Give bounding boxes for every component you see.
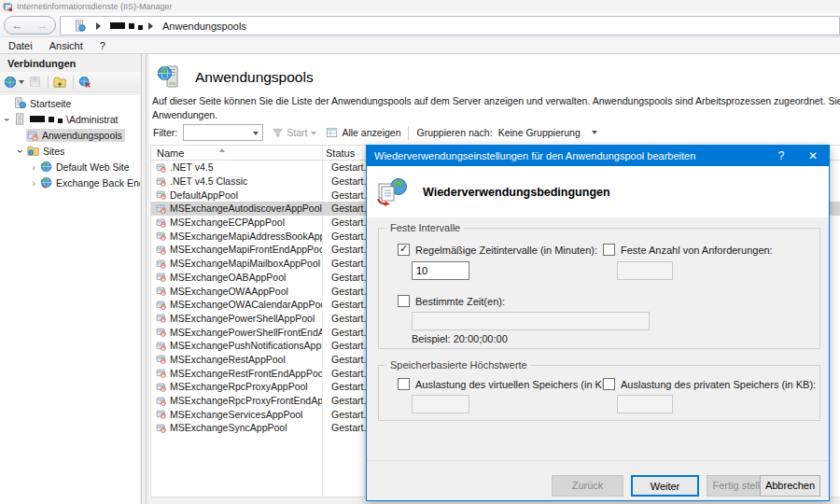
chevron-down-icon [311, 132, 316, 138]
apppool-icon [156, 382, 166, 392]
next-button[interactable]: Weiter [631, 475, 699, 497]
menu-help[interactable]: ? [91, 38, 114, 53]
connect-globe-icon[interactable] [4, 76, 24, 89]
sort-asc-icon [219, 146, 225, 152]
toolbar-separator [48, 76, 49, 89]
example-text: Beispiel: 20:00;00:00 [412, 333, 508, 344]
chevron-icon[interactable]: › [2, 114, 13, 125]
connections-panel: Verbindungen › Startseite › \Administrat… [0, 54, 140, 504]
menu-ansicht[interactable]: Ansicht [41, 38, 91, 53]
dialog-heading: Wiederverwendungsbedingungen [423, 186, 610, 199]
regular-time-interval-checkbox[interactable]: ✓ Regelmäßige Zeitintervalle (in Minuten… [398, 244, 597, 256]
navigation-bar: ← → Anwendungspools [0, 13, 840, 37]
fixed-intervals-group: Feste Intervalle ✓ Regelmäßige Zeitinter… [378, 228, 820, 349]
chevron-down-icon[interactable] [253, 132, 259, 138]
apppool-icon [156, 313, 166, 323]
forward-arrow-icon[interactable]: → [37, 20, 49, 31]
apppool-icon [156, 245, 166, 255]
memory-limits-group: Speicherbasierte Höchstwerte ✓ Auslastun… [378, 365, 820, 421]
virtual-memory-input [412, 395, 469, 413]
tree-item[interactable]: › Startseite [0, 95, 140, 111]
help-icon[interactable]: ? [765, 149, 797, 162]
nav-arrows: ← → [4, 16, 56, 35]
specific-times-checkbox[interactable]: ✓ Bestimmte Zeit(en): [398, 295, 505, 307]
private-memory-checkbox[interactable]: ✓ Auslastung des privaten Speichers (in … [603, 378, 816, 390]
specific-times-input [412, 312, 650, 330]
apppool-icon [156, 217, 166, 228]
toolbar-separator [408, 126, 409, 140]
apppool-icon [156, 286, 166, 296]
window-title: Internetinformationsdienste (IIS)-Manage… [17, 2, 173, 11]
tree-item[interactable]: › Anwendungspools [0, 127, 140, 143]
tree-item[interactable]: › Default Web Site [0, 159, 140, 175]
dialog-titlebar[interactable]: Wiederverwendungseinstellungen für den A… [367, 146, 829, 166]
breadcrumb-separator-icon [96, 22, 105, 30]
apppool-icon [156, 396, 166, 406]
time-interval-input[interactable] [412, 261, 469, 280]
filter-toolbar: Filter: Start Alle anzeigen Gruppieren n… [149, 122, 840, 143]
show-all-icon [326, 127, 338, 138]
dialog-footer: Zurück Weiter Fertig stellen Abbrechen [367, 460, 829, 500]
recycling-settings-dialog: Wiederverwendungseinstellungen für den A… [366, 145, 830, 501]
save-icon[interactable] [29, 76, 41, 88]
column-header-status[interactable]: Status [326, 147, 355, 159]
apppool-icon [156, 231, 166, 241]
tree-icon [27, 145, 39, 157]
request-count-input [617, 261, 673, 280]
connections-toolbar [0, 72, 140, 92]
tree-icon [40, 176, 52, 189]
show-all-button[interactable]: Alle anzeigen [326, 127, 400, 138]
cancel-button[interactable]: Abbrechen [760, 475, 820, 497]
back-button: Zurück [552, 475, 623, 497]
close-icon[interactable]: ✕ [797, 149, 829, 162]
apppool-icon [156, 259, 166, 269]
apppool-icon [156, 423, 166, 433]
page-title: Anwendungspools [195, 69, 314, 86]
panel-splitter[interactable] [140, 54, 149, 504]
tree-icon [27, 130, 38, 141]
virtual-memory-checkbox[interactable]: ✓ Auslastung des virtuellen Speichers (i… [398, 378, 615, 390]
toolbar-separator [73, 76, 74, 89]
dialog-body: Feste Intervalle ✓ Regelmäßige Zeitinter… [367, 217, 829, 460]
funnel-icon [273, 128, 283, 138]
apppool-icon [156, 300, 166, 310]
tree-item[interactable]: › \Administrat [0, 111, 140, 127]
apppool-icon [156, 368, 166, 378]
group-by-label: Gruppieren nach: [416, 127, 492, 138]
apppools-feature-icon [157, 65, 182, 90]
recycle-conditions-icon [376, 177, 410, 207]
start-filter-button[interactable]: Start [273, 127, 316, 138]
breadcrumb[interactable]: Anwendungspools [60, 16, 840, 35]
column-header-name[interactable]: Name [157, 147, 184, 159]
dialog-title: Wiederverwendungseinstellungen für den A… [367, 150, 765, 161]
chevron-icon[interactable]: › [28, 177, 39, 189]
window-titlebar: Internetinformationsdienste (IIS)-Manage… [0, 0, 840, 13]
remove-connection-icon[interactable] [78, 76, 91, 89]
server-icon [74, 20, 86, 32]
page-description-line2: Anwendungen. [152, 109, 217, 120]
back-arrow-icon[interactable]: ← [12, 20, 23, 31]
menu-bar: Datei Ansicht ? [0, 37, 840, 54]
apppool-icon [156, 162, 166, 173]
tree-icon [14, 113, 26, 125]
chevron-icon[interactable]: › [15, 146, 26, 157]
breadcrumb-page[interactable]: Anwendungspools [162, 21, 246, 32]
tree-item[interactable]: › Exchange Back End [0, 175, 140, 190]
tree-icon [14, 97, 26, 109]
group-by-select[interactable]: Keine Gruppierung [493, 124, 601, 141]
breadcrumb-separator-icon [148, 22, 157, 30]
redacted-server-name [110, 21, 143, 30]
fixed-request-count-checkbox[interactable]: ✓ Feste Anzahl von Anforderungen: [603, 244, 773, 256]
apppool-icon [156, 409, 166, 419]
apppool-icon [156, 354, 166, 364]
chevron-icon[interactable]: › [28, 161, 39, 173]
group-label: Feste Intervalle [386, 222, 464, 233]
redacted-server-name [30, 115, 63, 123]
import-folder-icon[interactable] [53, 76, 66, 89]
menu-datei[interactable]: Datei [0, 38, 41, 53]
group-label: Speicherbasierte Höchstwerte [386, 359, 531, 371]
chevron-down-icon[interactable] [592, 131, 597, 137]
tree-item[interactable]: › Sites [0, 143, 140, 159]
filter-input[interactable] [183, 124, 263, 141]
apppool-icon [156, 272, 166, 282]
